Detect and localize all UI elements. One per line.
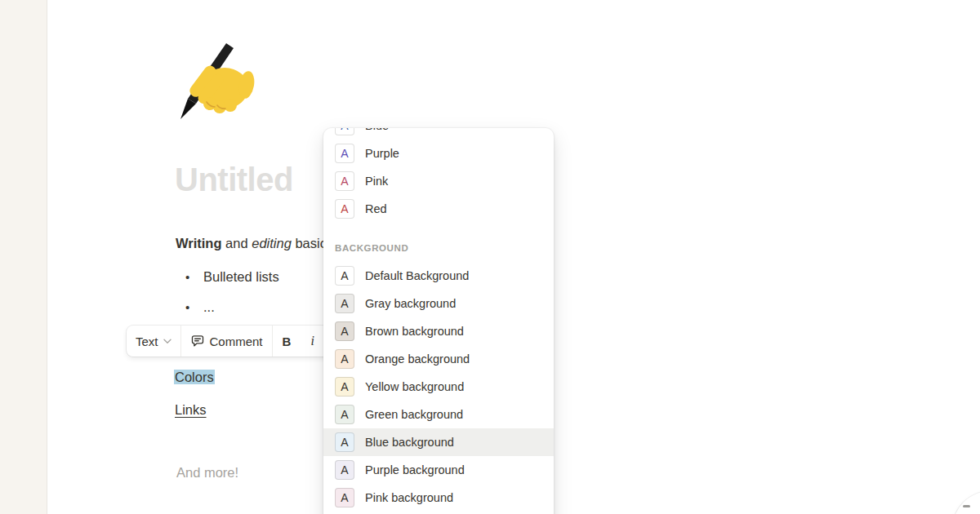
- menu-item-red-text[interactable]: A Red: [323, 195, 554, 223]
- comment-button[interactable]: Comment: [181, 326, 272, 357]
- comment-label: Comment: [210, 335, 263, 348]
- help-button[interactable]: [952, 491, 980, 514]
- text-color-swatch: A: [335, 171, 354, 191]
- background-section-header: BACKGROUND: [323, 234, 554, 262]
- menu-item-blue-background[interactable]: A Blue background: [323, 428, 554, 456]
- bullet-text: Bulleted lists: [203, 269, 279, 284]
- menu-item-gray-background[interactable]: A Gray background: [323, 290, 554, 317]
- comment-icon: [190, 334, 205, 348]
- italic-button[interactable]: i: [301, 326, 323, 357]
- menu-item-purple-background[interactable]: A Purple background: [323, 456, 554, 484]
- bg-color-swatch: A: [335, 460, 354, 480]
- text-color-swatch: A: [335, 128, 354, 135]
- bullet-text: ...: [203, 299, 215, 314]
- text-color-swatch: A: [335, 199, 354, 219]
- bullet-item: •...: [185, 297, 215, 317]
- menu-item-label: Red: [365, 202, 387, 215]
- app-window: Untitled Writing and editing basics •Bul…: [0, 0, 980, 514]
- bg-color-swatch: A: [335, 349, 354, 369]
- bg-color-swatch: A: [335, 321, 354, 341]
- writing-hand-icon: [174, 41, 256, 122]
- menu-item-blue-text[interactable]: A Blue: [323, 128, 554, 140]
- menu-item-label: Pink: [365, 175, 388, 188]
- menu-item-default-background[interactable]: A Default Background: [323, 262, 554, 290]
- bullet-dot: •: [185, 298, 203, 317]
- menu-item-label: Pink background: [365, 491, 453, 504]
- menu-item-label: Green background: [365, 408, 463, 421]
- format-toolbar: Text Comment B i: [127, 326, 352, 357]
- bullet-item: •Bulleted lists: [185, 267, 279, 287]
- menu-item-label: Brown background: [365, 325, 464, 338]
- and-more-text: And more!: [176, 465, 238, 481]
- color-menu-dropdown: A Blue A Purple A Pink A Red BACKGROUND …: [323, 128, 554, 514]
- links-page-link[interactable]: Links: [175, 402, 207, 417]
- menu-item-label: Purple: [365, 147, 399, 160]
- bullet-dot: •: [185, 268, 203, 287]
- bg-color-swatch: A: [335, 266, 354, 286]
- menu-item-pink-background[interactable]: A Pink background: [323, 484, 554, 512]
- text-color-swatch: A: [335, 144, 354, 163]
- selected-text-colors[interactable]: Colors: [174, 370, 215, 384]
- turn-into-button[interactable]: Text: [127, 326, 180, 357]
- turn-into-label: Text: [136, 335, 158, 348]
- colors-text-line: Colors: [174, 367, 215, 387]
- menu-item-green-background[interactable]: A Green background: [323, 401, 554, 428]
- menu-item-label: Gray background: [365, 297, 456, 310]
- menu-item-label: Blue background: [365, 436, 454, 449]
- color-menu-list: A Blue A Purple A Pink A Red BACKGROUND …: [323, 128, 554, 512]
- bg-color-swatch: A: [335, 294, 354, 313]
- menu-item-label: Orange background: [365, 352, 470, 366]
- menu-item-pink-text[interactable]: A Pink: [323, 167, 554, 195]
- menu-item-label: Blue: [365, 128, 389, 132]
- bg-color-swatch: A: [335, 488, 354, 507]
- bg-color-swatch: A: [335, 405, 354, 424]
- menu-item-label: Default Background: [365, 269, 469, 282]
- menu-item-label: Purple background: [365, 463, 465, 476]
- bold-button[interactable]: B: [273, 326, 301, 357]
- intro-bold-text: Writing: [176, 236, 222, 250]
- help-icon: [963, 505, 970, 507]
- bg-color-swatch: A: [335, 377, 354, 397]
- links-text-line: Links: [175, 400, 207, 419]
- bg-color-swatch: A: [335, 432, 354, 452]
- intro-paragraph: Writing and editing basics: [176, 233, 333, 253]
- intro-italic-text: editing: [252, 236, 292, 250]
- chevron-down-icon: [163, 339, 172, 344]
- menu-item-yellow-background[interactable]: A Yellow background: [323, 373, 554, 401]
- page-title[interactable]: Untitled: [175, 162, 293, 198]
- page-icon-writing-hand-emoji[interactable]: [174, 41, 256, 122]
- menu-item-brown-background[interactable]: A Brown background: [323, 317, 554, 345]
- menu-item-orange-background[interactable]: A Orange background: [323, 345, 554, 373]
- menu-item-label: Yellow background: [365, 380, 464, 393]
- menu-item-purple-text[interactable]: A Purple: [323, 140, 554, 167]
- intro-mid-text: and: [222, 236, 252, 250]
- sidebar-edge[interactable]: [0, 0, 47, 514]
